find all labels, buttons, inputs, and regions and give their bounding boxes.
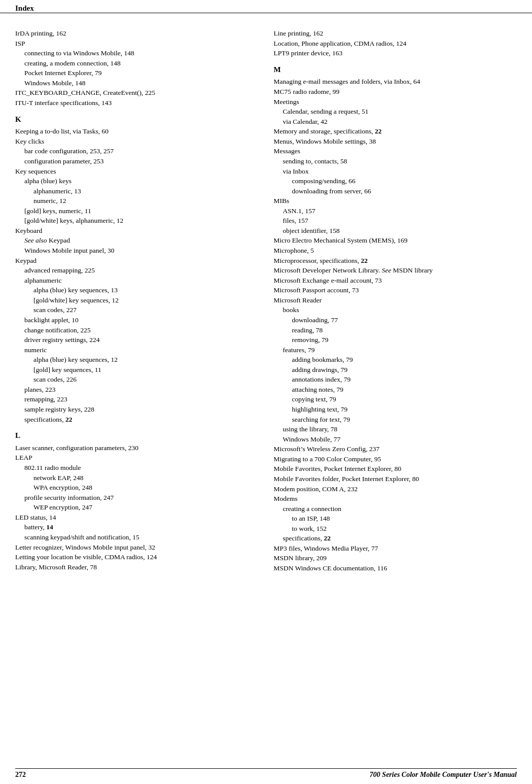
index-entry: copying text, 79 [274, 394, 517, 404]
index-entry: Micro Electro Mechanical System (MEMS), … [274, 235, 517, 246]
index-entry: MSDN Windows CE documentation, 116 [274, 563, 517, 573]
section-header: M [274, 64, 517, 76]
index-entry: adding drawings, 79 [274, 365, 517, 375]
page-header: Index [0, 0, 532, 13]
index-entry: bar code configuration, 253, 257 [15, 146, 259, 156]
index-entry: alpha (blue) key sequences, 12 [15, 355, 259, 365]
index-entry: Mobile Favorites, Pocket Internet Explor… [274, 464, 517, 474]
index-entry: Key clicks [15, 137, 259, 147]
index-entry: change notification, 225 [15, 325, 259, 335]
index-entry: [gold] key sequences, 11 [15, 365, 259, 375]
index-entry: using the library, 78 [274, 424, 517, 434]
index-entry: Windows Mobile, 148 [15, 78, 259, 88]
index-entry: connecting to via Windows Mobile, 148 [15, 48, 259, 58]
index-entry: Keyboard [15, 226, 259, 236]
index-entry: Laser scanner, configuration parameters,… [15, 443, 259, 453]
footer-manual-title: 700 Series Color Mobile Computer User's … [370, 771, 517, 779]
index-entry: Modem position, COM A, 232 [274, 484, 517, 494]
index-entry: backlight applet, 10 [15, 315, 259, 325]
section-header: L [15, 430, 259, 441]
index-entry: Microprocessor, specifications, 22 [274, 256, 517, 266]
content-area: IrDA printing, 162ISPconnecting to via W… [0, 13, 532, 604]
index-entry: via Calendar, 42 [274, 117, 517, 127]
index-entry: Microsoft Passport account, 73 [274, 285, 517, 295]
footer-page-number: 272 [15, 771, 26, 779]
index-entry: numeric, 12 [15, 196, 259, 206]
index-entry: ISP [15, 39, 259, 49]
index-entry: downloading, 77 [274, 315, 517, 325]
index-entry: Letter recognizer, Windows Mobile input … [15, 542, 259, 553]
index-entry: Microsoft Exchange e-mail account, 73 [274, 276, 517, 286]
index-entry: to an ISP, 148 [274, 514, 517, 524]
index-entry: Calendar, sending a request, 51 [274, 107, 517, 117]
index-entry: alpha (blue) key sequences, 13 [15, 285, 259, 295]
index-entry: planes, 223 [15, 385, 259, 395]
index-entry: composing/sending, 66 [274, 176, 517, 186]
index-entry: [gold/white] keys, alphanumeric, 12 [15, 216, 259, 226]
page-footer: 272 700 Series Color Mobile Computer Use… [15, 768, 517, 779]
index-entry: battery, 14 [15, 522, 259, 532]
index-entry: Microsoft Developer Network Library. See… [274, 265, 517, 276]
index-entry: LPT9 printer device, 163 [274, 48, 517, 58]
index-entry: Windows Mobile, 77 [274, 434, 517, 445]
index-entry: attaching notes, 79 [274, 385, 517, 395]
index-entry: remapping, 223 [15, 394, 259, 404]
index-entry: reading, 78 [274, 325, 517, 335]
index-entry: sending to, contacts, 58 [274, 156, 517, 166]
index-entry: MC75 radio radome, 99 [274, 87, 517, 97]
index-entry: Managing e-mail messages and folders, vi… [274, 77, 517, 87]
index-entry: Location, Phone application, CDMA radios… [274, 39, 517, 49]
index-entry: alphanumeric [15, 276, 259, 286]
index-entry: ASN.1, 157 [274, 206, 517, 216]
index-entry: creating, a modem connection, 148 [15, 58, 259, 69]
index-entry: Keeping a to-do list, via Tasks, 60 [15, 126, 259, 137]
index-entry: sample registry keys, 228 [15, 404, 259, 415]
index-entry: highlighting text, 79 [274, 404, 517, 415]
index-entry: Memory and storage, specifications, 22 [274, 126, 517, 137]
index-entry: creating a connection [274, 504, 517, 514]
index-entry: See also Keypad [15, 235, 259, 246]
index-entry: Keypad [15, 256, 259, 266]
index-entry: ITU-T interface specifications, 143 [15, 98, 259, 108]
index-entry: network EAP, 248 [15, 473, 259, 483]
index-entry: LEAP [15, 453, 259, 463]
index-entry: 802.11 radio module [15, 463, 259, 473]
index-entry: Mobile Favorites folder, Pocket Internet… [274, 474, 517, 484]
right-column: Line printing, 162Location, Phone applic… [274, 28, 517, 573]
left-column: IrDA printing, 162ISPconnecting to via W… [15, 28, 259, 573]
index-entry: Meetings [274, 97, 517, 107]
index-entry: Microphone, 5 [274, 246, 517, 256]
index-entry: ITC_KEYBOARD_CHANGE, CreateEvent(), 225 [15, 88, 259, 98]
section-header: K [15, 114, 259, 125]
index-entry: alphanumeric, 13 [15, 186, 259, 196]
index-entry: numeric [15, 345, 259, 355]
index-entry: files, 157 [274, 216, 517, 226]
index-entry: [gold/white] key sequences, 12 [15, 295, 259, 305]
index-entry: WPA encryption, 248 [15, 483, 259, 493]
index-entry: specifications, 22 [15, 415, 259, 425]
index-entry: via Inbox [274, 166, 517, 177]
index-entry: Menus, Windows Mobile settings, 38 [274, 137, 517, 147]
index-entry: MIBs [274, 196, 517, 206]
index-entry: profile security information, 247 [15, 493, 259, 503]
index-entry: Modems [274, 494, 517, 504]
index-entry: Migrating to a 700 Color Computer, 95 [274, 454, 517, 464]
index-entry: Windows Mobile input panel, 30 [15, 246, 259, 256]
header-title: Index [15, 4, 34, 12]
index-entry: scan codes, 226 [15, 374, 259, 385]
index-entry: [gold] keys, numeric, 11 [15, 206, 259, 216]
index-entry: MSDN library, 209 [274, 553, 517, 563]
index-entry: configuration parameter, 253 [15, 156, 259, 166]
index-entry: Microsoft’s Wireless Zero Config, 237 [274, 444, 517, 454]
index-entry: Library, Microsoft Reader, 78 [15, 562, 259, 572]
index-entry: WEP encryption, 247 [15, 502, 259, 513]
index-entry: alpha (blue) keys [15, 176, 259, 186]
index-entry: Key sequences [15, 166, 259, 177]
index-entry: Messages [274, 146, 517, 156]
index-entry: Letting your location be visible, CDMA r… [15, 552, 259, 562]
index-entry: to work, 152 [274, 524, 517, 534]
index-entry: Microsoft Reader [274, 295, 517, 305]
index-entry: Line printing, 162 [274, 28, 517, 39]
index-entry: Pocket Internet Explorer, 79 [15, 68, 259, 78]
index-entry: adding bookmarks, 79 [274, 355, 517, 365]
